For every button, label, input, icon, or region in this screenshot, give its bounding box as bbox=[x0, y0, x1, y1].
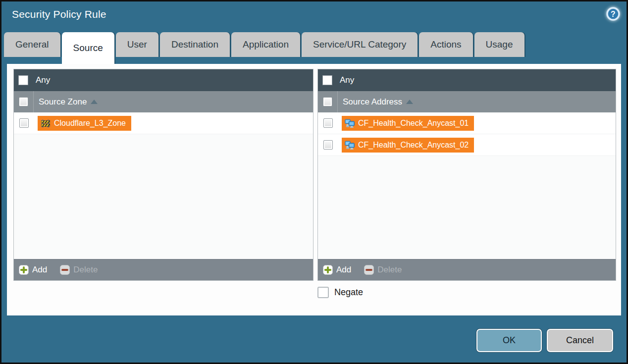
source-zone-panel: Any Source Zone bbox=[13, 69, 314, 281]
address-delete-label: Delete bbox=[377, 265, 402, 275]
zone-column-title: Source Zone bbox=[39, 97, 87, 107]
sort-ascending-icon bbox=[91, 100, 98, 104]
tab-actions[interactable]: Actions bbox=[419, 32, 472, 57]
security-policy-rule-dialog: Security Policy Rule ? General Source Us… bbox=[0, 0, 628, 364]
zone-row[interactable]: Cloudflare_L3_Zone bbox=[14, 112, 313, 134]
address-row-checkbox[interactable] bbox=[323, 118, 333, 128]
address-add-label: Add bbox=[336, 265, 351, 275]
address-panel-footer: Add Delete bbox=[318, 259, 616, 280]
tab-service-url-category[interactable]: Service/URL Category bbox=[302, 32, 418, 57]
tab-strip: General Source User Destination Applicat… bbox=[4, 32, 524, 64]
address-column-header[interactable]: Source Address bbox=[318, 91, 616, 112]
address-any-header: Any bbox=[318, 69, 616, 91]
address-entry[interactable]: CF_Health_Check_Anycast_01 bbox=[342, 116, 474, 131]
zone-select-all-checkbox[interactable] bbox=[19, 97, 28, 106]
zone-panel-footer: Add Delete bbox=[14, 259, 313, 280]
address-icon bbox=[345, 141, 355, 150]
address-icon bbox=[345, 119, 355, 128]
dialog-title: Security Policy Rule bbox=[12, 8, 106, 20]
address-select-all-checkbox[interactable] bbox=[323, 97, 332, 106]
tab-user[interactable]: User bbox=[116, 32, 158, 57]
address-row[interactable]: CF_Health_Check_Anycast_02 bbox=[318, 134, 616, 156]
zone-add-button[interactable]: Add bbox=[19, 265, 47, 275]
tab-usage[interactable]: Usage bbox=[474, 32, 524, 57]
delete-icon bbox=[60, 265, 70, 275]
address-column-title: Source Address bbox=[343, 97, 402, 107]
zone-entry[interactable]: Cloudflare_L3_Zone bbox=[38, 116, 131, 131]
delete-icon bbox=[364, 265, 374, 275]
add-icon bbox=[323, 265, 333, 275]
negate-row: Negate bbox=[317, 287, 363, 298]
sort-ascending-icon bbox=[406, 100, 413, 104]
address-entry-label: CF_Health_Check_Anycast_01 bbox=[358, 119, 469, 128]
address-add-button[interactable]: Add bbox=[323, 265, 351, 275]
help-icon[interactable]: ? bbox=[606, 7, 620, 21]
tab-application[interactable]: Application bbox=[231, 32, 300, 57]
zone-column-header[interactable]: Source Zone bbox=[14, 91, 313, 112]
address-any-checkbox[interactable] bbox=[322, 75, 332, 85]
zone-list: Cloudflare_L3_Zone bbox=[14, 112, 313, 259]
zone-icon bbox=[41, 119, 51, 128]
zone-add-label: Add bbox=[32, 265, 47, 275]
negate-checkbox[interactable] bbox=[317, 287, 329, 298]
zone-any-label: Any bbox=[36, 75, 50, 85]
address-list: CF_Health_Check_Anycast_01 bbox=[318, 112, 616, 259]
tab-general[interactable]: General bbox=[4, 32, 60, 57]
tab-source[interactable]: Source bbox=[62, 32, 114, 64]
svg-text:?: ? bbox=[611, 10, 616, 18]
zone-row-checkbox[interactable] bbox=[19, 118, 29, 128]
cancel-button[interactable]: Cancel bbox=[547, 329, 613, 352]
add-icon bbox=[19, 265, 29, 275]
zone-entry-label: Cloudflare_L3_Zone bbox=[54, 119, 126, 128]
zone-any-header: Any bbox=[14, 69, 313, 91]
address-any-label: Any bbox=[340, 75, 354, 85]
zone-delete-label: Delete bbox=[73, 265, 98, 275]
address-row-checkbox[interactable] bbox=[323, 140, 333, 150]
address-entry[interactable]: CF_Health_Check_Anycast_02 bbox=[342, 138, 474, 153]
negate-label: Negate bbox=[334, 287, 363, 298]
ok-button[interactable]: OK bbox=[476, 329, 542, 352]
address-row[interactable]: CF_Health_Check_Anycast_01 bbox=[318, 112, 616, 134]
source-address-panel: Any Source Address bbox=[317, 69, 616, 281]
zone-any-checkbox[interactable] bbox=[18, 75, 28, 85]
source-tab-content: Any Source Zone bbox=[7, 64, 621, 315]
address-delete-button[interactable]: Delete bbox=[364, 265, 402, 275]
zone-delete-button[interactable]: Delete bbox=[60, 265, 98, 275]
tab-destination[interactable]: Destination bbox=[160, 32, 230, 57]
address-entry-label: CF_Health_Check_Anycast_02 bbox=[358, 141, 469, 150]
